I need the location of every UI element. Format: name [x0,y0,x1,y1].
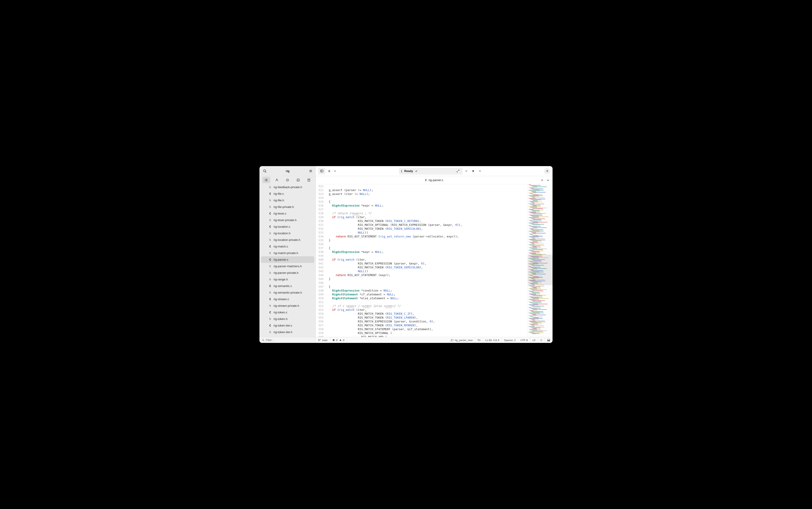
minimap[interactable] [528,184,553,337]
search-icon[interactable] [261,168,268,174]
file-list[interactable]: hrig-feedback-private.hCrig-file.chrig-f… [259,184,316,337]
run-button[interactable] [470,168,476,174]
warning-icon [339,339,342,341]
file-row[interactable]: hrig-token.h [261,316,314,322]
file-row[interactable]: Crig-semantic.c [261,283,314,289]
header-file-icon: h [269,185,272,189]
file-row[interactable]: Crig-token.c [261,309,314,316]
svg-point-12 [265,180,266,180]
file-row[interactable]: hrig-location.h [261,230,314,237]
open-folder-button[interactable] [475,337,483,343]
c-file-icon: C [269,212,272,215]
c-file-icon: C [269,298,272,301]
main-header: ▲▼ Ready [316,166,553,176]
file-row[interactable]: Crig-lexer.c [261,210,314,217]
cursor-position[interactable]: Ln 68, Col 3 [483,337,502,343]
file-name-label: rig-parser.c [274,258,288,261]
code-content[interactable]: g_assert (parser != NULL); g_assert (ite… [325,184,528,337]
hamburger-menu-icon[interactable] [307,168,314,174]
file-name-label: rig-match-private.h [274,251,298,255]
file-row[interactable]: hrig-file.h [261,197,314,204]
file-name-label: rig-token.c [274,311,287,314]
folder-icon [478,339,481,342]
close-window-button[interactable] [544,168,550,174]
svg-line-1 [266,172,266,172]
tab-menu-dropdown[interactable] [545,177,551,183]
file-row[interactable]: hrig-stream-private.h [261,302,314,309]
file-row[interactable]: hrig-match-private.h [261,250,314,256]
file-row[interactable]: hrig-token-iter.h [261,329,314,335]
symbol-name: rig_parser_new [455,339,472,342]
svg-point-29 [319,340,319,341]
check-icon [415,170,418,172]
c-file-icon: C [269,311,272,314]
line-gutter: 5215225235245255265275285295305315325335… [316,184,325,337]
file-row[interactable]: hrig-parser-matchers.h [261,263,314,270]
svg-point-28 [319,339,319,340]
file-row[interactable]: Crig-parser.c [261,256,314,263]
file-name-label: rig-token-iter.c [274,324,292,327]
new-tab-dropdown[interactable] [333,168,337,174]
file-name-label: rig-lexer-private.h [274,218,296,222]
diagnostics-indicator[interactable]: 0 0 [330,337,347,343]
error-count: 0 [336,339,338,342]
tests-view-icon[interactable] [305,177,313,183]
function-icon: f{} [451,339,454,342]
header-file-icon: h [269,232,272,235]
branch-icon [318,339,321,342]
file-name-label: rig-file.h [274,199,284,202]
toggle-bottom-panel-button[interactable] [545,337,553,343]
toggle-sidebar-button[interactable] [318,168,325,174]
vcs-view-icon[interactable] [273,177,281,183]
file-name-label: rig-token-iter.h [274,330,292,334]
new-tab-button[interactable] [327,168,332,174]
file-row[interactable]: Crig-stream.c [261,296,314,302]
line-ending-indicator[interactable]: LF [530,337,538,343]
file-row[interactable]: hrig-range.h [261,276,314,283]
file-name-label: rig-feedback-private.h [274,185,302,189]
file-name-label: rig-stream.c [274,298,289,301]
svg-rect-35 [548,340,550,341]
updown-icon: ▲▼ [401,170,402,173]
language-indicator[interactable]: C [538,337,545,343]
build-status-pill[interactable]: ▲▼ Ready [399,168,463,174]
branch-indicator[interactable]: main [316,337,330,343]
file-row[interactable]: Crig-location.c [261,224,314,230]
indentation-indicator[interactable]: Spaces: 2 [502,337,518,343]
header-file-icon: h [269,265,272,268]
file-row[interactable]: hrig-lexer-private.h [261,217,314,224]
file-type-icon: C [425,178,427,182]
tree-view-icon[interactable] [262,177,270,183]
file-name-label: rig-range.h [274,278,288,281]
sidebar-toolbar [259,176,316,184]
filter-input[interactable] [266,339,313,342]
build-dropdown[interactable] [464,168,468,174]
header-file-icon: h [269,218,272,222]
file-name-label: rig-parser-private.h [274,271,298,274]
svg-line-25 [263,341,264,341]
file-row[interactable]: hrig-semantic-private.h [261,289,314,296]
file-row[interactable]: Crig-file.c [261,191,314,197]
file-row[interactable]: hrig-parser-private.h [261,270,314,276]
file-row[interactable]: hrig-location-private.h [261,237,314,243]
header-file-icon: h [269,278,272,281]
header-file-icon: h [269,317,272,320]
expand-icon[interactable] [456,170,459,172]
targets-view-icon[interactable] [284,177,292,183]
file-name-label: rig-match.c [274,245,288,248]
active-tab[interactable]: C rig-parser.c [425,178,443,182]
run-dropdown[interactable] [478,168,482,174]
c-file-icon: C [269,245,272,248]
symbol-indicator[interactable]: f{} rig_parser_new [449,337,475,343]
file-row[interactable]: Crig-token-iter.c [261,322,314,329]
file-row[interactable]: hrig-file-private.h [261,204,314,210]
close-tab-button[interactable] [539,177,545,183]
file-name-label: rig-lexer.c [274,212,286,215]
file-name-label: rig-semantic-private.h [274,291,302,294]
file-row[interactable]: Crig-match.c [261,243,314,250]
todo-view-icon[interactable] [294,177,303,183]
code-editor[interactable]: 5215225235245255265275285295305315325335… [316,184,553,337]
file-row[interactable]: hrig-feedback-private.h [261,184,314,191]
header-file-icon: h [269,304,272,307]
encoding-indicator[interactable]: UTF-8 [518,337,530,343]
